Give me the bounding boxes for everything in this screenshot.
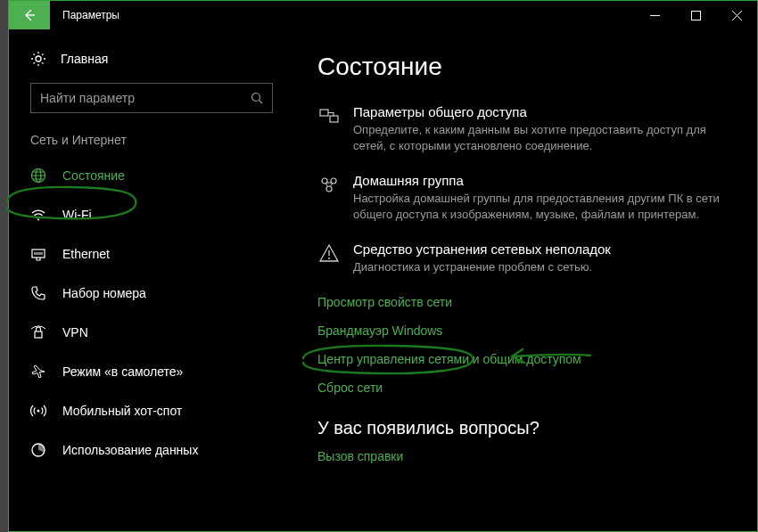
card-desc: Диагностика и устранение проблем с сетью… [353, 259, 736, 275]
svg-point-2 [252, 94, 260, 102]
svg-rect-11 [330, 116, 338, 122]
card-title: Параметры общего доступа [353, 104, 736, 119]
sharing-icon [317, 104, 341, 153]
svg-point-1 [36, 56, 41, 61]
svg-point-15 [328, 258, 330, 259]
link-reset-network[interactable]: Сброс сети [317, 381, 736, 395]
link-help[interactable]: Вызов справки [317, 449, 736, 463]
card-homegroup[interactable]: Домашняя группа Настройка домашней групп… [317, 173, 736, 222]
search-box[interactable] [30, 83, 273, 113]
settings-window: Параметры Главная [8, 0, 758, 532]
card-troubleshoot[interactable]: Средство устранения сетевых неполадок Ди… [317, 241, 736, 275]
svg-point-12 [322, 178, 327, 184]
vpn-icon [30, 324, 46, 340]
sidebar-item-label: Состояние [62, 168, 125, 183]
sidebar-item-status[interactable]: Состояние [9, 156, 294, 195]
content-pane[interactable]: Состояние Параметры общего доступа Опред… [294, 29, 757, 531]
sidebar-item-hotspot[interactable]: Мобильный хот-спот [9, 391, 294, 430]
sidebar-item-label: Мобильный хот-спот [62, 404, 182, 418]
wifi-icon [30, 207, 46, 223]
card-desc: Определите, к каким данным вы хотите пре… [353, 122, 736, 153]
card-title: Средство устранения сетевых неполадок [353, 241, 736, 257]
gear-icon [30, 51, 46, 67]
sidebar-item-vpn[interactable]: VPN [9, 313, 294, 352]
minimize-icon [650, 11, 660, 20]
svg-point-14 [326, 186, 332, 192]
link-firewall[interactable]: Брандмауэр Windows [317, 323, 736, 338]
maximize-icon [691, 11, 701, 20]
search-input[interactable] [40, 91, 251, 105]
arrow-left-icon [22, 8, 37, 22]
warning-icon [317, 241, 341, 275]
svg-rect-10 [320, 110, 328, 116]
window-controls [634, 1, 757, 29]
page-title: Состояние [317, 53, 736, 81]
sidebar-item-data-usage[interactable]: Использование данных [9, 430, 294, 470]
card-sharing[interactable]: Параметры общего доступа Определите, к к… [317, 104, 736, 153]
globe-icon [30, 168, 46, 184]
close-icon [732, 11, 742, 20]
sidebar-group-header: Сеть и Интернет [9, 129, 294, 156]
card-desc: Настройка домашней группы для предоставл… [353, 191, 736, 222]
sidebar-item-ethernet[interactable]: Ethernet [9, 234, 294, 274]
titlebar: Параметры [9, 1, 757, 29]
hotspot-icon [30, 403, 46, 419]
link-view-properties[interactable]: Просмотр свойств сети [317, 295, 736, 309]
sidebar-item-label: VPN [62, 325, 88, 340]
sidebar-item-label: Wi-Fi [62, 208, 92, 222]
phone-icon [30, 285, 46, 301]
sidebar-home-label: Главная [61, 52, 108, 66]
link-network-center[interactable]: Центр управления сетями и общим доступом [317, 352, 736, 366]
svg-point-13 [331, 178, 336, 184]
sidebar-home[interactable]: Главная [9, 45, 294, 79]
svg-rect-7 [35, 331, 42, 338]
sidebar-item-wifi[interactable]: Wi-Fi [9, 195, 294, 234]
questions-heading: У вас появились вопросы? [317, 418, 736, 438]
data-usage-icon [30, 442, 46, 458]
homegroup-icon [317, 173, 341, 222]
sidebar-item-label: Ethernet [62, 247, 110, 261]
svg-point-5 [37, 219, 39, 221]
sidebar-item-dialup[interactable]: Набор номера [9, 274, 294, 313]
window-title: Параметры [50, 1, 634, 29]
sidebar-item-label: Режим «в самолете» [62, 364, 183, 379]
card-title: Домашняя группа [353, 173, 736, 188]
ethernet-icon [30, 246, 46, 262]
svg-point-8 [37, 410, 40, 413]
search-icon [251, 92, 263, 104]
sidebar: Главная Сеть и Интернет Состояние Wi [9, 29, 294, 531]
airplane-icon [30, 364, 46, 380]
svg-rect-0 [691, 11, 700, 20]
back-button[interactable] [9, 1, 50, 29]
sidebar-item-label: Набор номера [62, 286, 146, 300]
close-button[interactable] [716, 1, 757, 29]
minimize-button[interactable] [634, 1, 675, 29]
sidebar-item-label: Использование данных [62, 443, 198, 457]
maximize-button[interactable] [675, 1, 716, 29]
sidebar-item-airplane[interactable]: Режим «в самолете» [9, 352, 294, 391]
